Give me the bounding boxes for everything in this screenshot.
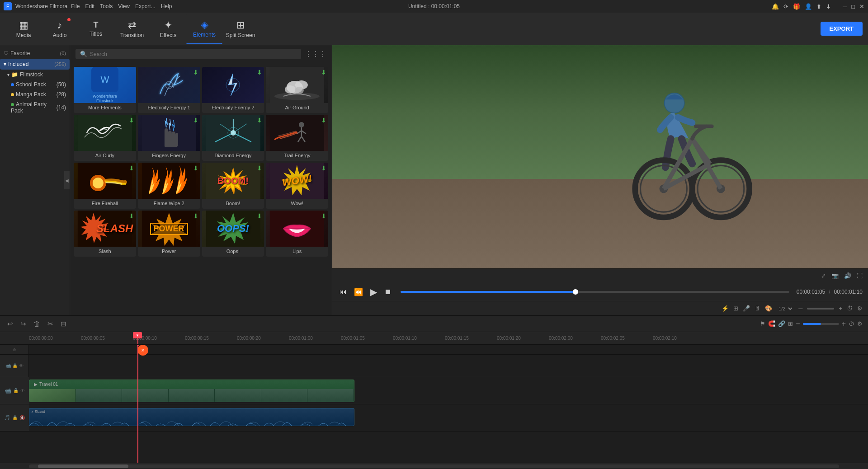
redo-button[interactable]: ↪ xyxy=(19,319,28,329)
undo-button[interactable]: ↩ xyxy=(5,319,15,329)
minimize-btn[interactable]: ─ xyxy=(843,3,847,10)
delete-button[interactable]: 🗑 xyxy=(32,319,42,328)
timeline-scrollbar xyxy=(0,463,868,469)
stop-button[interactable]: ⏹ xyxy=(382,287,393,297)
element-power[interactable]: ⬇ POWER Power xyxy=(138,211,200,257)
download-icon-lips: ⬇ xyxy=(321,212,326,220)
element-slash[interactable]: ⬇ SLASH Slash xyxy=(74,211,136,257)
close-btn[interactable]: ✕ xyxy=(859,3,864,10)
toolbar-elements[interactable]: ◈ Elements xyxy=(186,14,222,44)
element-lips[interactable]: ⬇ Lips xyxy=(266,211,328,257)
jump-start-button[interactable]: ⏮ xyxy=(338,287,349,297)
timeline-grid-icon[interactable]: ⊞ xyxy=(788,320,793,327)
toolbar-split-screen[interactable]: ⊞ Split Screen xyxy=(222,14,259,44)
video-lock-icon[interactable]: 🔒 xyxy=(13,388,19,393)
media-icon: ▦ xyxy=(19,19,28,31)
progress-bar[interactable] xyxy=(401,291,789,293)
play-button[interactable]: ▶ xyxy=(368,286,379,298)
element-wow[interactable]: ⬇ WOW! Wow! xyxy=(266,163,328,209)
element-fingers-energy[interactable]: ⬇ Fingers Energy xyxy=(138,115,200,161)
zoom-minus-icon[interactable]: − xyxy=(796,320,800,328)
titlebar-menu[interactable]: File Edit Tools View Export... Help xyxy=(71,3,172,9)
cut-button[interactable]: ✂ xyxy=(46,319,55,329)
track1-eye-icon[interactable]: 👁 xyxy=(19,363,24,368)
account-icon[interactable]: 👤 xyxy=(805,3,812,10)
preview-settings-icon[interactable]: ⚙ xyxy=(857,305,863,312)
element-more-elements[interactable]: W WondershareFilmstock More Elements xyxy=(74,67,136,113)
preview-snapshot-icon[interactable]: 📷 xyxy=(831,272,839,279)
timeline-settings-icon[interactable]: ⚙ xyxy=(857,320,863,327)
element-oops[interactable]: ⬇ OOPS! Oops! xyxy=(202,211,264,257)
toolbar-titles[interactable]: T Titles xyxy=(78,14,114,44)
split-audio-button[interactable]: ⊟ xyxy=(59,319,68,329)
toolbar-media[interactable]: ▦ Media xyxy=(5,14,42,44)
step-back-button[interactable]: ⏪ xyxy=(352,287,365,297)
quality-selector[interactable]: 1/2 Full xyxy=(777,305,794,312)
element-electricity-energy-2[interactable]: ⬇ Electricity Energy 2 xyxy=(202,67,264,113)
preview-volume-icon[interactable]: 🔊 xyxy=(844,272,851,279)
hscroll-track[interactable] xyxy=(29,464,839,468)
audio-mute-icon[interactable]: 🔇 xyxy=(19,415,25,420)
menu-file[interactable]: File xyxy=(71,3,80,9)
audio-mix-icon[interactable]: 🎚 xyxy=(755,305,760,312)
audio-icon: ♪ xyxy=(57,19,62,31)
sidebar-item-manga-pack[interactable]: Manga Pack (28) xyxy=(4,89,70,99)
element-trail-energy[interactable]: ⬇ Trail Energy xyxy=(266,115,328,161)
sidebar-item-animal-party[interactable]: Animal Party Pack (14) xyxy=(4,99,70,116)
video-track-content: ▶ Travel 01 xyxy=(29,377,868,404)
microphone-icon[interactable]: 🎤 xyxy=(743,305,750,312)
timeline-magnet-icon[interactable]: 🧲 xyxy=(768,320,775,327)
preview-timer-icon[interactable]: ⏱ xyxy=(847,305,853,312)
preview-zoom-in[interactable]: + xyxy=(839,305,842,312)
element-air-curly[interactable]: ⬇ Air Curly xyxy=(74,115,136,161)
video-clip[interactable]: ▶ Travel 01 xyxy=(29,380,354,402)
included-count: (256) xyxy=(54,61,66,67)
upgrade-icon[interactable]: ⬆ xyxy=(816,3,821,10)
video-eye-icon[interactable]: 👁 xyxy=(20,388,25,393)
fingers-svg xyxy=(138,115,200,151)
menu-export[interactable]: Export... xyxy=(135,3,156,9)
hscroll-thumb[interactable] xyxy=(38,464,128,468)
add-mark-icon[interactable]: ⚑ xyxy=(760,320,765,327)
element-air-ground[interactable]: ⬇ Air Ground xyxy=(266,67,328,113)
element-diamond-energy[interactable]: ⬇ Diamond Energy xyxy=(202,115,264,161)
gift-icon[interactable]: 🎁 xyxy=(793,3,800,10)
export-button[interactable]: EXPORT xyxy=(821,22,863,36)
sidebar-item-included[interactable]: ▾ Included (256) xyxy=(0,59,70,70)
preview-zoom-out[interactable]: ─ xyxy=(798,305,802,312)
render-icon[interactable]: ⚡ xyxy=(722,305,729,312)
download-icon[interactable]: ⬇ xyxy=(826,3,831,10)
element-flame-wipe-2[interactable]: ⬇ Flame Wipe 2 xyxy=(138,163,200,209)
menu-tools[interactable]: Tools xyxy=(100,3,113,9)
audio-clip[interactable]: ♪ Stand xyxy=(29,408,354,426)
toolbar-transition[interactable]: ⇄ Transition xyxy=(114,14,150,44)
notification-icon[interactable]: 🔔 xyxy=(772,3,779,10)
zoom-slider[interactable] xyxy=(803,323,839,325)
maximize-btn[interactable]: □ xyxy=(851,3,855,10)
color-correct-icon[interactable]: 🎨 xyxy=(765,305,772,312)
sidebar-collapse-button[interactable]: ◀ xyxy=(64,171,70,189)
element-electricity-energy-1[interactable]: ⬇ Electricity Energy 1 xyxy=(138,67,200,113)
track1-lock-icon[interactable]: 🔒 xyxy=(12,363,18,368)
grid-view-icon[interactable]: ⋮⋮⋮ xyxy=(305,50,326,58)
sidebar-item-favorite[interactable]: ♡ Favorite (0) xyxy=(0,48,70,59)
search-input[interactable] xyxy=(90,51,297,57)
safe-zone-icon[interactable]: ⊞ xyxy=(733,305,738,312)
sync-icon[interactable]: ⟳ xyxy=(783,3,788,10)
aircurly-svg xyxy=(74,115,136,151)
zoom-plus-icon[interactable]: + xyxy=(842,320,846,328)
menu-view[interactable]: View xyxy=(118,3,130,9)
preview-fullscreen-icon[interactable]: ⛶ xyxy=(857,272,863,279)
timeline-link-icon[interactable]: 🔗 xyxy=(778,320,785,327)
sidebar-item-school-pack[interactable]: School Pack (50) xyxy=(4,80,70,89)
element-fire-fireball[interactable]: ⬇ Fire Fireball xyxy=(74,163,136,209)
menu-edit[interactable]: Edit xyxy=(85,3,95,9)
timeline-clock-icon[interactable]: ⏱ xyxy=(849,320,854,327)
preview-fit-icon[interactable]: ⤢ xyxy=(821,272,826,279)
menu-help[interactable]: Help xyxy=(161,3,172,9)
audio-lock-icon[interactable]: 🔒 xyxy=(12,415,18,420)
element-boom[interactable]: ⬇ BOOM! Boom! xyxy=(202,163,264,209)
sidebar-filmstock-folder[interactable]: ▾ 📁 Filmstock xyxy=(0,70,70,80)
toolbar-effects[interactable]: ✦ Effects xyxy=(150,14,186,44)
toolbar-audio[interactable]: ♪ Audio xyxy=(42,14,78,44)
